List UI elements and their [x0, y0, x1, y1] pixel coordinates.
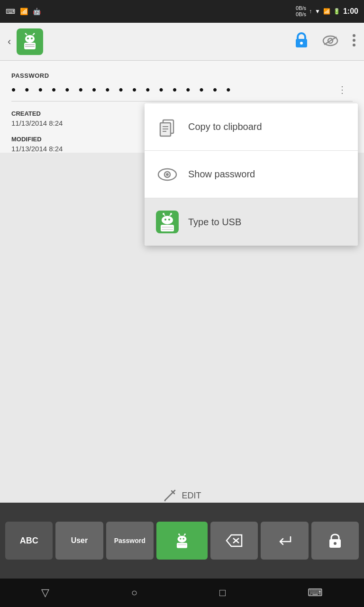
- type-to-usb-label: Type to USB: [188, 217, 241, 228]
- svg-point-2: [27, 37, 29, 39]
- eye-icon[interactable]: [322, 35, 338, 48]
- app-logo-icon: [20, 32, 39, 51]
- more-options-icon[interactable]: [352, 34, 356, 50]
- svg-point-26: [166, 173, 169, 176]
- app-bar-actions: [294, 31, 356, 52]
- keyboard-abc-key[interactable]: ABC: [5, 522, 53, 560]
- android-icon: 🤖: [33, 8, 41, 15]
- password-section-label: PASSWORD: [11, 72, 353, 79]
- svg-rect-35: [161, 225, 174, 231]
- status-bar-left: ⌨ 📶 🤖: [6, 8, 41, 15]
- nav-recents-button[interactable]: □: [216, 583, 229, 603]
- upload-icon: ↑: [309, 8, 312, 15]
- app-bar: ‹: [0, 23, 364, 61]
- keyboard-user-key[interactable]: User: [55, 522, 103, 560]
- data-speed-label: 0B/s 0B/s: [296, 5, 306, 18]
- svg-point-5: [25, 33, 27, 34]
- lock-icon[interactable]: [294, 31, 309, 52]
- svg-point-16: [353, 34, 355, 37]
- show-password-item[interactable]: Show password: [145, 151, 358, 198]
- keyboard-lock-key[interactable]: [311, 522, 359, 560]
- password-dots: • • • • • • • • • • • • • • • • •: [11, 83, 233, 97]
- status-bar-right: 0B/s 0B/s ↑ ▼ 📶 🔋 1:00: [296, 5, 358, 18]
- time-display: 1:00: [343, 7, 358, 16]
- svg-point-28: [162, 216, 173, 224]
- password-field-row: • • • • • • • • • • • • • • • • • ⋮: [11, 82, 353, 101]
- svg-rect-49: [177, 543, 187, 548]
- edit-label: EDIT: [182, 491, 201, 501]
- keyboard-bar: ABC User Password: [0, 503, 364, 579]
- show-password-icon: [156, 163, 179, 186]
- signal-bars-icon: 📶: [323, 8, 330, 15]
- svg-point-3: [31, 37, 33, 39]
- keyboard-status-icon: ⌨: [6, 8, 15, 15]
- svg-line-38: [165, 492, 173, 500]
- svg-point-1: [25, 35, 35, 43]
- status-bar: ⌨ 📶 🤖 0B/s 0B/s ↑ ▼ 📶 🔋 1:00: [0, 0, 364, 23]
- svg-point-29: [164, 219, 166, 221]
- type-to-usb-icon: [156, 211, 179, 233]
- nav-back-button[interactable]: ▽: [37, 583, 53, 603]
- nav-keyboard-button[interactable]: ⌨: [304, 583, 327, 603]
- battery-icon: 🔋: [333, 8, 340, 15]
- signal-icon: 📶: [20, 8, 28, 15]
- navigation-bar: ▽ ○ □ ⌨: [0, 579, 364, 607]
- edit-button[interactable]: EDIT: [163, 488, 201, 503]
- svg-point-12: [300, 42, 303, 45]
- copy-icon: [156, 116, 179, 138]
- keyboard-android-key[interactable]: [156, 522, 208, 560]
- type-to-usb-item[interactable]: Type to USB: [145, 198, 358, 246]
- back-button[interactable]: ‹: [8, 36, 11, 48]
- svg-point-7: [34, 33, 35, 34]
- copy-to-clipboard-label: Copy to clipboard: [188, 121, 262, 132]
- enter-icon: [276, 534, 293, 547]
- edit-area: EDIT: [0, 488, 364, 503]
- svg-point-34: [170, 213, 172, 215]
- svg-marker-51: [227, 535, 242, 546]
- nav-home-button[interactable]: ○: [127, 583, 141, 603]
- backspace-icon: [226, 534, 243, 547]
- keyboard-backspace-key[interactable]: [210, 522, 258, 560]
- svg-point-43: [180, 538, 181, 539]
- svg-point-55: [334, 542, 337, 545]
- lock-key-icon: [328, 533, 342, 549]
- svg-point-30: [168, 219, 170, 221]
- keyboard-password-key[interactable]: Password: [106, 522, 154, 560]
- context-menu: Copy to clipboard Show password: [145, 103, 358, 246]
- svg-rect-8: [24, 43, 36, 49]
- android-key-icon: [173, 532, 191, 550]
- svg-point-32: [163, 213, 164, 215]
- svg-point-42: [177, 536, 186, 543]
- show-password-label: Show password: [188, 169, 255, 180]
- password-more-button[interactable]: ⋮: [334, 82, 353, 97]
- app-logo: [17, 28, 43, 55]
- wifi-icon: ▼: [315, 8, 320, 15]
- svg-point-18: [353, 44, 355, 46]
- svg-point-17: [353, 39, 355, 42]
- svg-point-46: [178, 533, 180, 535]
- svg-point-48: [184, 533, 186, 535]
- keyboard-enter-key[interactable]: [261, 522, 308, 560]
- edit-pencil-icon: [163, 488, 177, 503]
- copy-to-clipboard-item[interactable]: Copy to clipboard: [145, 103, 358, 151]
- svg-point-44: [183, 538, 184, 539]
